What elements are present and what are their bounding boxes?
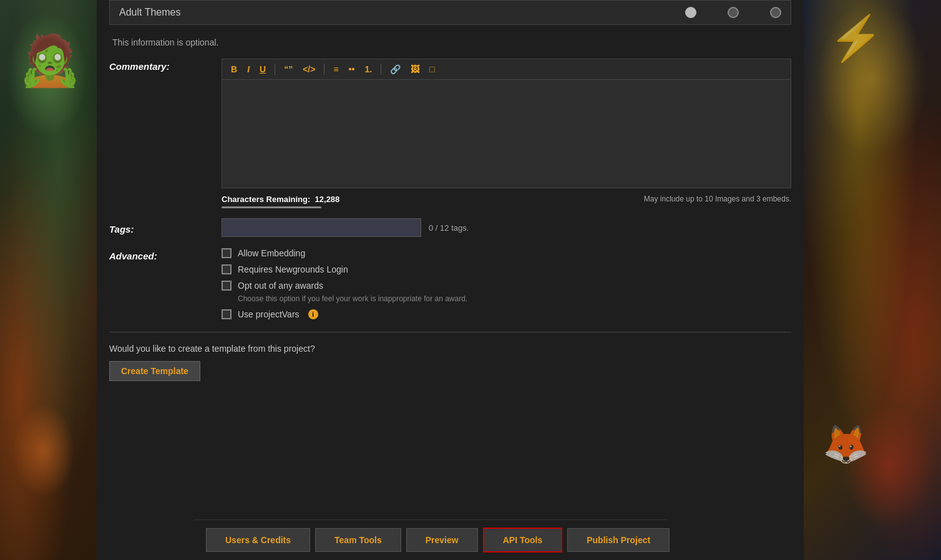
image-button[interactable]: 🖼: [407, 63, 423, 75]
opt-out-awards-label: Opt out of any awards: [238, 281, 323, 291]
users-credits-button[interactable]: Users & Credits: [206, 528, 310, 552]
bottom-nav: Users & Credits Team Tools Preview API T…: [193, 519, 666, 560]
template-section: Would you like to create a template from…: [109, 332, 791, 381]
opt-out-awards-row: Opt out of any awards: [222, 281, 467, 291]
template-question: Would you like to create a template from…: [109, 344, 791, 354]
team-tools-button[interactable]: Team Tools: [315, 528, 401, 552]
project-vars-info-icon[interactable]: i: [308, 309, 318, 319]
allow-embedding-row: Allow Embedding: [222, 248, 467, 258]
tags-count: 0 / 12 tags.: [429, 223, 469, 233]
advanced-checkboxes: Allow Embedding Requires Newgrounds Logi…: [222, 248, 467, 319]
chars-progress-bar: [222, 206, 321, 208]
toolbar-divider-3: [381, 64, 381, 75]
adult-themes-radio-explicit[interactable]: [770, 7, 781, 18]
tags-section: Tags: 0 / 12 tags.: [109, 218, 791, 237]
chars-remaining-text: Characters Remaining: 12,288: [222, 195, 339, 204]
list-unordered-button[interactable]: ••: [345, 63, 359, 75]
chars-remaining-left: Characters Remaining: 12,288: [222, 195, 339, 208]
toolbar-divider-1: [275, 64, 275, 75]
advanced-section: Advanced: Allow Embedding Requires Newgr…: [109, 248, 791, 319]
publish-project-button[interactable]: Publish Project: [567, 528, 670, 552]
requires-login-checkbox[interactable]: [222, 264, 232, 274]
bg-right-panel: ⚡ 🦊: [804, 0, 941, 560]
link-button[interactable]: 🔗: [386, 63, 404, 75]
api-tools-button[interactable]: API Tools: [483, 528, 563, 553]
adult-themes-radio-off[interactable]: [685, 7, 696, 18]
allow-embedding-label: Allow Embedding: [238, 248, 305, 258]
requires-login-label: Requires Newgrounds Login: [238, 264, 348, 274]
main-content: Adult Themes This information is optiona…: [97, 0, 804, 560]
commentary-textarea[interactable]: [222, 79, 791, 188]
toolbar-divider-2: [324, 64, 324, 75]
preview-button[interactable]: Preview: [406, 528, 478, 552]
allow-embedding-checkbox[interactable]: [222, 248, 232, 258]
adult-themes-radio-mild[interactable]: [728, 7, 739, 18]
underline-button[interactable]: U: [256, 63, 270, 75]
project-vars-checkbox[interactable]: [222, 309, 232, 319]
project-vars-label: Use projectVars: [238, 309, 300, 319]
chars-note: May include up to 10 Images and 3 embeds…: [644, 195, 791, 203]
tags-field: 0 / 12 tags.: [222, 218, 791, 237]
chars-remaining-value: 12,288: [315, 195, 340, 204]
code-button[interactable]: </>: [299, 63, 319, 75]
project-vars-row: Use projectVars i: [222, 309, 467, 319]
adult-themes-label: Adult Themes: [119, 7, 660, 18]
list-ordered-button[interactable]: 1.: [361, 63, 376, 75]
opt-out-awards-checkbox[interactable]: [222, 281, 232, 291]
create-template-button[interactable]: Create Template: [109, 361, 200, 381]
chars-remaining-row: Characters Remaining: 12,288 May include…: [222, 195, 791, 208]
adult-themes-radio-group: [685, 7, 781, 18]
tags-input[interactable]: [222, 218, 421, 237]
embed-button[interactable]: □: [426, 63, 438, 75]
advanced-label: Advanced:: [109, 248, 222, 261]
commentary-label: Commentary:: [109, 59, 222, 72]
align-left-button[interactable]: ≡: [329, 63, 342, 75]
blockquote-button[interactable]: “”: [280, 63, 296, 75]
award-hint-text: Choose this option if you feel your work…: [222, 294, 467, 303]
commentary-section: Commentary: B I U “” </> ≡ •• 1. 🔗 🖼 □: [109, 59, 791, 208]
editor-toolbar: B I U “” </> ≡ •• 1. 🔗 🖼 □: [222, 59, 791, 79]
italic-button[interactable]: I: [243, 63, 253, 75]
bg-left-panel: 🧟: [0, 0, 97, 560]
bold-button[interactable]: B: [227, 63, 241, 75]
requires-login-row: Requires Newgrounds Login: [222, 264, 467, 274]
chars-remaining-label: Characters Remaining:: [222, 195, 310, 204]
optional-info-text: This information is optional.: [109, 37, 791, 47]
commentary-field: B I U “” </> ≡ •• 1. 🔗 🖼 □: [222, 59, 791, 208]
tags-label: Tags:: [109, 221, 222, 234]
adult-themes-row: Adult Themes: [109, 0, 791, 25]
